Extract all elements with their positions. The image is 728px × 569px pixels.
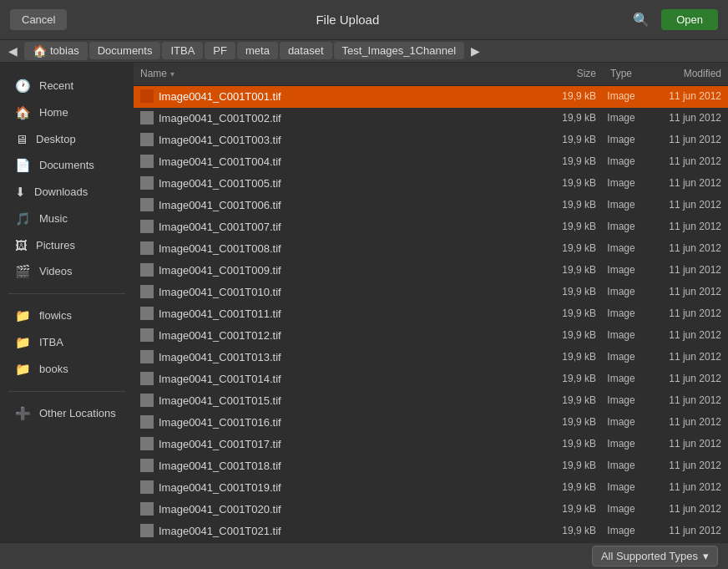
- file-size: 19,9 kB: [529, 351, 596, 363]
- table-row[interactable]: Image0041_C001T007.tif19,9 kBImage11 jun…: [134, 216, 728, 238]
- table-row[interactable]: Image0041_C001T015.tif19,9 kBImage11 jun…: [134, 390, 728, 412]
- file-size: 19,9 kB: [529, 307, 596, 319]
- file-type: Image: [596, 416, 646, 428]
- breadcrumb-test-images[interactable]: Test_Images_1Channel: [334, 42, 465, 59]
- file-modified: 11 jun 2012: [646, 307, 721, 319]
- sidebar-divider-2: [8, 391, 125, 392]
- table-row[interactable]: Image0041_C001T009.tif19,9 kBImage11 jun…: [134, 260, 728, 282]
- sidebar-videos-label: Videos: [39, 265, 73, 277]
- file-modified: 11 jun 2012: [646, 199, 721, 211]
- file-icon: [140, 459, 154, 472]
- file-name: Image0041_C001T017.tif: [159, 438, 529, 450]
- sidebar-item-itba[interactable]: 📁 ITBA: [3, 329, 130, 356]
- file-size: 19,9 kB: [529, 134, 596, 145]
- file-name: Image0041_C001T016.tif: [159, 416, 529, 429]
- filter-dropdown[interactable]: All Supported Types ▾: [592, 546, 718, 566]
- file-icon: [140, 372, 154, 385]
- table-row[interactable]: Image0041_C001T021.tif19,9 kBImage11 jun…: [134, 521, 728, 542]
- breadcrumb-prev-button[interactable]: ◀: [3, 43, 23, 59]
- sidebar-divider-1: [8, 293, 125, 294]
- breadcrumb-home[interactable]: 🏠 tobias: [24, 42, 88, 60]
- home-icon: 🏠: [33, 44, 47, 58]
- file-name: Image0041_C001T014.tif: [159, 373, 529, 385]
- table-row[interactable]: Image0041_C001T017.tif19,9 kBImage11 jun…: [134, 434, 728, 455]
- table-row[interactable]: Image0041_C001T011.tif19,9 kBImage11 jun…: [134, 303, 728, 325]
- sidebar-item-pictures[interactable]: 🖼 Pictures: [3, 232, 130, 258]
- sidebar-item-desktop[interactable]: 🖥 Desktop: [3, 126, 130, 152]
- sidebar: 🕐 Recent 🏠 Home 🖥 Desktop 📄 Documents ⬇: [0, 63, 134, 542]
- table-row[interactable]: Image0041_C001T010.tif19,9 kBImage11 jun…: [134, 282, 728, 303]
- col-header-name[interactable]: Name ▾: [140, 68, 529, 79]
- file-type: Image: [596, 286, 646, 297]
- column-headers: Name ▾ Size Type Modified: [134, 63, 728, 86]
- table-row[interactable]: Image0041_C001T001.tif19,9 kBImage11 jun…: [134, 86, 728, 108]
- table-row[interactable]: Image0041_C001T019.tif19,9 kBImage11 jun…: [134, 477, 728, 499]
- sidebar-section-nav: 🕐 Recent 🏠 Home 🖥 Desktop 📄 Documents ⬇: [0, 69, 134, 288]
- file-modified: 11 jun 2012: [646, 416, 721, 428]
- top-bar-left: Cancel: [10, 9, 67, 30]
- sidebar-item-documents[interactable]: 📄 Documents: [3, 152, 130, 179]
- breadcrumb-next-button[interactable]: ▶: [466, 43, 485, 59]
- open-button[interactable]: Open: [661, 9, 718, 30]
- file-list: Image0041_C001T001.tif19,9 kBImage11 jun…: [134, 86, 728, 542]
- table-row[interactable]: Image0041_C001T013.tif19,9 kBImage11 jun…: [134, 347, 728, 368]
- table-row[interactable]: Image0041_C001T002.tif19,9 kBImage11 jun…: [134, 108, 728, 130]
- sidebar-item-books[interactable]: 📁 books: [3, 356, 130, 383]
- file-icon: [140, 328, 154, 342]
- breadcrumb-meta[interactable]: meta: [237, 42, 278, 59]
- file-modified: 11 jun 2012: [646, 264, 721, 276]
- breadcrumb-documents[interactable]: Documents: [89, 42, 161, 59]
- breadcrumb-itba[interactable]: ITBA: [162, 42, 203, 59]
- breadcrumb-dataset[interactable]: dataset: [280, 42, 332, 59]
- col-header-size[interactable]: Size: [529, 68, 596, 79]
- sidebar-item-videos[interactable]: 🎬 Videos: [3, 258, 130, 285]
- col-header-modified[interactable]: Modified: [646, 68, 721, 79]
- file-icon: [140, 480, 154, 494]
- file-size: 19,9 kB: [529, 438, 596, 450]
- file-name: Image0041_C001T006.tif: [159, 199, 529, 211]
- breadcrumb-dataset-label: dataset: [288, 44, 324, 57]
- top-bar: Cancel File Upload 🔍 Open: [0, 0, 728, 40]
- sidebar-item-downloads[interactable]: ⬇ Downloads: [3, 179, 130, 206]
- sidebar-item-music[interactable]: 🎵 Music: [3, 206, 130, 232]
- breadcrumb-pf[interactable]: PF: [205, 42, 235, 59]
- sidebar-item-other-locations[interactable]: ➕ Other Locations: [3, 400, 130, 427]
- table-row[interactable]: Image0041_C001T018.tif19,9 kBImage11 jun…: [134, 455, 728, 477]
- sidebar-item-recent[interactable]: 🕐 Recent: [3, 73, 130, 99]
- filter-label: All Supported Types: [601, 550, 698, 562]
- main-content: 🕐 Recent 🏠 Home 🖥 Desktop 📄 Documents ⬇: [0, 63, 728, 542]
- table-row[interactable]: Image0041_C001T012.tif19,9 kBImage11 jun…: [134, 325, 728, 347]
- file-name: Image0041_C001T019.tif: [159, 481, 529, 494]
- file-name: Image0041_C001T009.tif: [159, 264, 529, 277]
- cancel-button[interactable]: Cancel: [10, 9, 67, 30]
- file-type: Image: [596, 264, 646, 276]
- table-row[interactable]: Image0041_C001T008.tif19,9 kBImage11 jun…: [134, 238, 728, 260]
- table-row[interactable]: Image0041_C001T003.tif19,9 kBImage11 jun…: [134, 130, 728, 151]
- itba-icon: 📁: [15, 335, 31, 350]
- table-row[interactable]: Image0041_C001T020.tif19,9 kBImage11 jun…: [134, 499, 728, 521]
- bottom-bar: All Supported Types ▾: [0, 542, 728, 569]
- col-header-type[interactable]: Type: [596, 68, 646, 79]
- sidebar-item-flowics[interactable]: 📁 flowics: [3, 302, 130, 329]
- table-row[interactable]: Image0041_C001T014.tif19,9 kBImage11 jun…: [134, 368, 728, 390]
- table-row[interactable]: Image0041_C001T005.tif19,9 kBImage11 jun…: [134, 173, 728, 195]
- file-icon: [140, 350, 154, 363]
- file-name: Image0041_C001T010.tif: [159, 286, 529, 298]
- file-size: 19,9 kB: [529, 199, 596, 211]
- file-icon: [140, 155, 154, 168]
- file-modified: 11 jun 2012: [646, 134, 721, 145]
- sidebar-item-home[interactable]: 🏠 Home: [3, 99, 130, 126]
- table-row[interactable]: Image0041_C001T016.tif19,9 kBImage11 jun…: [134, 412, 728, 434]
- file-size: 19,9 kB: [529, 416, 596, 428]
- file-size: 19,9 kB: [529, 503, 596, 515]
- file-area: Name ▾ Size Type Modified Image0041_C001…: [134, 63, 728, 542]
- file-name: Image0041_C001T008.tif: [159, 242, 529, 255]
- table-row[interactable]: Image0041_C001T006.tif19,9 kBImage11 jun…: [134, 195, 728, 216]
- file-size: 19,9 kB: [529, 286, 596, 297]
- search-button[interactable]: 🔍: [628, 8, 655, 31]
- table-row[interactable]: Image0041_C001T004.tif19,9 kBImage11 jun…: [134, 151, 728, 173]
- file-type: Image: [596, 242, 646, 254]
- recent-icon: 🕐: [15, 79, 31, 94]
- sidebar-flowics-label: flowics: [39, 309, 72, 322]
- sidebar-desktop-label: Desktop: [36, 133, 76, 145]
